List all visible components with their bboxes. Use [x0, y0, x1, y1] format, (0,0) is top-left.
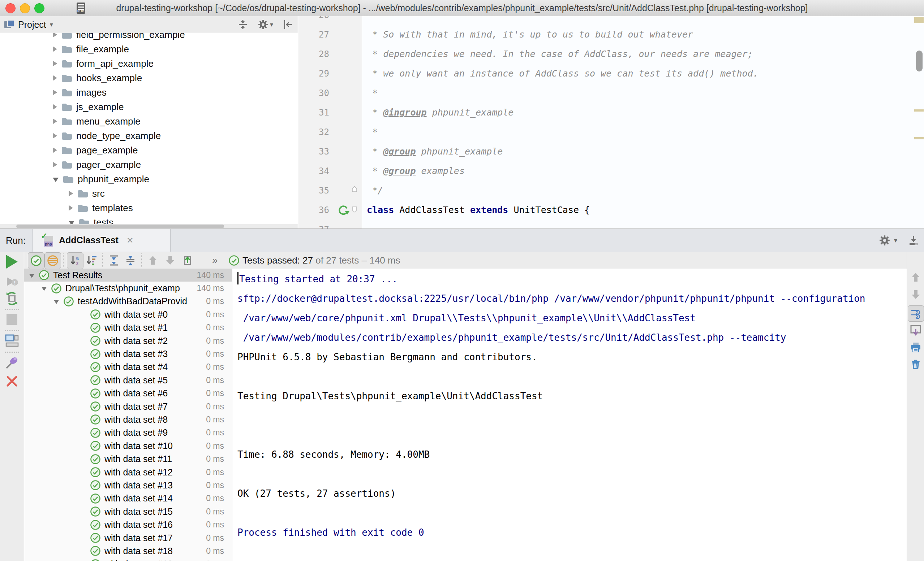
editor-scrollbar-thumb[interactable]: [916, 51, 922, 72]
soft-wrap-toggle[interactable]: [908, 305, 924, 322]
close-button[interactable]: [0, 375, 24, 388]
test-tree-row[interactable]: with data set #8 0 ms: [24, 413, 232, 426]
project-horizontal-scrollbar[interactable]: [0, 224, 298, 229]
test-tree-row[interactable]: with data set #13 0 ms: [24, 479, 232, 492]
expand-arrow-icon[interactable]: [69, 191, 73, 196]
show-passed-toggle[interactable]: [28, 252, 45, 269]
test-tree-row[interactable]: with data set #9 0 ms: [24, 426, 232, 439]
test-tree-row[interactable]: with data set #14 0 ms: [24, 492, 232, 505]
test-tree-row[interactable]: with data set #1 0 ms: [24, 321, 232, 334]
test-tree-row[interactable]: with data set #16 0 ms: [24, 518, 232, 531]
test-tree-row[interactable]: with data set #3 0 ms: [24, 347, 232, 360]
project-tree-item[interactable]: form_api_example: [0, 56, 298, 71]
project-tree-item[interactable]: src: [0, 186, 298, 201]
project-tree-item[interactable]: pager_example: [0, 157, 298, 172]
sort-by-duration-toggle[interactable]: [84, 252, 99, 268]
expand-arrow-icon[interactable]: [54, 300, 59, 304]
php-test-icon: php✓: [42, 233, 54, 247]
project-tree-item[interactable]: node_type_example: [0, 129, 298, 143]
expand-arrow-icon[interactable]: [53, 147, 57, 153]
expand-arrow-icon[interactable]: [53, 90, 57, 95]
expand-arrow-icon[interactable]: [69, 205, 73, 211]
test-tree-row[interactable]: with data set #12 0 ms: [24, 466, 232, 479]
console-line: [237, 464, 907, 484]
restore-layout-button[interactable]: [0, 334, 24, 348]
close-icon[interactable]: ✕: [126, 235, 134, 245]
test-console-output[interactable]: Testing started at 20:37 ...sftp://docke…: [232, 269, 907, 561]
expand-arrow-icon[interactable]: [53, 104, 57, 110]
test-tree-row[interactable]: with data set #10 0 ms: [24, 439, 232, 452]
test-tree-row[interactable]: Drupal\Tests\phpunit_examp 140 ms: [24, 281, 232, 295]
sort-alphabetically-toggle[interactable]: az: [67, 252, 84, 269]
project-tree-item[interactable]: menu_example: [0, 114, 298, 129]
chevron-double-icon[interactable]: »: [212, 252, 218, 269]
project-tree-item[interactable]: page_example: [0, 143, 298, 157]
line-number: 26: [300, 16, 329, 25]
next-occurrence-button[interactable]: [162, 252, 178, 268]
ide-window: drupal-testing-workshop [~/Code/os/drupa…: [0, 0, 924, 561]
test-tree-row[interactable]: with data set #0 0 ms: [24, 308, 232, 321]
project-tree-item[interactable]: phpunit_example: [0, 172, 298, 186]
scroll-to-end-button[interactable]: [907, 324, 924, 336]
test-tree-row[interactable]: with data set #5 0 ms: [24, 374, 232, 387]
stop-button[interactable]: [0, 313, 24, 326]
test-tree-row[interactable]: testAddWithBadDataProvid 0 ms: [24, 295, 232, 308]
project-tree-item[interactable]: templates: [0, 201, 298, 215]
rerun-button[interactable]: [0, 255, 24, 269]
dock-pin-icon[interactable]: [908, 235, 919, 246]
run-configuration-tab[interactable]: php✓ AddClassTest ✕: [33, 229, 171, 251]
show-ignored-toggle[interactable]: [45, 252, 61, 269]
code-editor[interactable]: 26 27 * So with that in mind, it's up to…: [298, 16, 924, 229]
collapse-all-icon[interactable]: [237, 19, 248, 30]
test-tree-row[interactable]: with data set #2 0 ms: [24, 334, 232, 347]
pin-tab-button[interactable]: [0, 355, 24, 370]
up-arrow-button[interactable]: [907, 272, 924, 283]
collapse-all-button[interactable]: [123, 252, 138, 268]
expand-arrow-icon[interactable]: [53, 178, 58, 182]
test-name: with data set #11: [104, 454, 206, 464]
test-tree-row[interactable]: Test Results 140 ms: [24, 269, 232, 281]
project-tree-item[interactable]: images: [0, 85, 298, 100]
test-name: with data set #15: [104, 507, 206, 517]
test-tree-row[interactable]: with data set #11 0 ms: [24, 452, 232, 465]
expand-arrow-icon[interactable]: [53, 133, 57, 139]
fold-marker-icon[interactable]: [352, 206, 357, 212]
hide-panel-icon[interactable]: [283, 19, 293, 30]
down-arrow-button[interactable]: [907, 289, 924, 300]
project-tree-item[interactable]: file_example: [0, 42, 298, 56]
folder-icon: [77, 190, 88, 198]
test-tree-row[interactable]: with data set #15 0 ms: [24, 505, 232, 518]
expand-arrow-icon[interactable]: [53, 162, 57, 168]
rerun-failed-tests-button[interactable]: !: [0, 274, 24, 289]
previous-occurrence-button[interactable]: [145, 252, 161, 268]
test-tree-row[interactable]: with data set #18 0 ms: [24, 545, 232, 557]
toggle-auto-test-button[interactable]: [0, 291, 24, 306]
console-line: [237, 503, 907, 523]
fold-marker-icon[interactable]: [352, 186, 357, 192]
project-tree-item[interactable]: hooks_example: [0, 71, 298, 85]
expand-arrow-icon[interactable]: [53, 75, 57, 81]
print-button[interactable]: [907, 341, 924, 353]
expand-arrow-icon[interactable]: [53, 118, 57, 124]
test-tree-row[interactable]: with data set #6 0 ms: [24, 387, 232, 400]
expand-arrow-icon[interactable]: [42, 287, 46, 291]
settings-gear-icon[interactable]: ▾: [879, 235, 897, 246]
expand-arrow-icon[interactable]: [53, 61, 57, 66]
test-tree-row[interactable]: with data set #7 0 ms: [24, 400, 232, 413]
expand-arrow-icon[interactable]: [53, 46, 57, 52]
expand-all-button[interactable]: [106, 252, 122, 268]
expand-arrow-icon[interactable]: [29, 274, 34, 278]
chevron-down-icon[interactable]: ▾: [50, 21, 53, 28]
run-test-gutter-icon[interactable]: [337, 203, 350, 217]
test-tree-row[interactable]: with data set #4 0 ms: [24, 361, 232, 374]
export-test-results-button[interactable]: [180, 252, 195, 268]
test-name: with data set #1: [104, 322, 206, 333]
scrollbar-thumb[interactable]: [16, 224, 224, 228]
test-tree-row[interactable]: with data set #19 0 ms: [24, 558, 232, 561]
clear-all-button[interactable]: [907, 359, 924, 370]
warning-stripe-mark[interactable]: [914, 137, 924, 139]
project-tree-item[interactable]: js_example: [0, 100, 298, 114]
test-tree-row[interactable]: with data set #17 0 ms: [24, 531, 232, 545]
settings-gear-icon[interactable]: ▾: [258, 19, 273, 30]
warning-stripe-mark[interactable]: [914, 109, 924, 112]
